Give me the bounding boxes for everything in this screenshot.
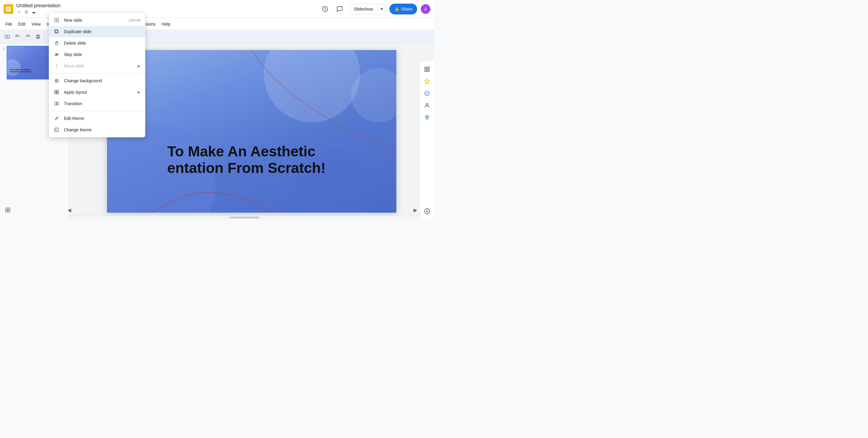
apply-layout-arrow: ▶ <box>138 90 141 94</box>
slide-title-line1: To Make An Aesthetic <box>167 143 326 160</box>
toolbar-add-slide[interactable] <box>2 32 12 41</box>
context-menu-skip-slide[interactable]: Skip slide <box>49 49 145 60</box>
change-background-label: Change background <box>64 78 102 83</box>
share-lock-icon: 🔒 <box>394 7 399 11</box>
svg-point-37 <box>56 80 58 81</box>
context-menu-apply-layout[interactable]: Apply layout ▶ <box>49 87 145 98</box>
context-menu-change-background[interactable]: Change background <box>49 75 145 87</box>
comments-icon[interactable] <box>334 4 345 14</box>
svg-rect-11 <box>37 35 39 36</box>
slide-canvas: To Make An Aesthetic entation From Scrat… <box>107 50 396 213</box>
sidebar-expand-icon[interactable]: ▶ <box>412 205 418 215</box>
doc-title[interactable]: Untitled presentation <box>16 3 61 8</box>
svg-rect-43 <box>57 102 59 105</box>
context-menu-move-slide: Move slide ▶ <box>49 60 145 72</box>
svg-rect-19 <box>427 70 429 72</box>
transition-icon <box>54 101 60 107</box>
change-theme-label: Change theme <box>64 127 92 132</box>
apply-layout-icon <box>54 89 60 95</box>
edit-theme-label: Edit theme <box>64 116 84 121</box>
horizontal-scrollbar[interactable] <box>69 215 420 219</box>
sidebar-contacts-icon[interactable] <box>422 100 433 111</box>
menu-view[interactable]: View <box>29 21 44 28</box>
grid-view-icon[interactable] <box>2 205 13 215</box>
transition-label: Transition <box>64 101 82 106</box>
svg-rect-48 <box>57 129 58 131</box>
toolbar-redo[interactable] <box>23 32 33 41</box>
new-slide-label: New slide <box>64 18 82 23</box>
slide-title: To Make An Aesthetic entation From Scrat… <box>167 143 326 176</box>
share-button[interactable]: 🔒 Share <box>390 4 417 14</box>
svg-rect-2 <box>7 7 10 8</box>
svg-rect-17 <box>427 67 429 69</box>
star-icon[interactable]: ☆ <box>16 9 22 15</box>
menu-file[interactable]: File <box>2 21 16 28</box>
share-label: Share <box>401 7 412 11</box>
svg-rect-52 <box>8 210 10 212</box>
slideshow-button[interactable]: Slideshow ▾ <box>349 4 386 14</box>
sidebar-add-icon[interactable] <box>422 206 433 216</box>
svg-rect-41 <box>57 93 59 94</box>
context-menu-edit-theme[interactable]: Edit theme <box>49 113 145 124</box>
toolbar-separator-1 <box>44 34 44 40</box>
context-menu: New slide Ctrl+M Duplicate slide Delete … <box>49 13 145 137</box>
svg-rect-39 <box>57 90 59 92</box>
svg-point-36 <box>55 79 58 82</box>
svg-rect-16 <box>425 67 427 69</box>
context-menu-duplicate-slide[interactable]: Duplicate slide <box>49 26 145 37</box>
user-avatar[interactable]: A <box>421 4 430 14</box>
delete-slide-icon <box>54 40 60 46</box>
new-slide-shortcut: Ctrl+M <box>129 18 141 23</box>
svg-rect-49 <box>6 208 7 210</box>
slideshow-label[interactable]: Slideshow <box>349 4 378 14</box>
toolbar-print[interactable] <box>33 32 43 41</box>
context-menu-transition[interactable]: Transition <box>49 98 145 109</box>
sidebar-tasks-icon[interactable] <box>422 88 433 99</box>
sidebar-collapse-icon[interactable]: ◀ <box>66 205 72 215</box>
edit-theme-icon <box>54 115 60 122</box>
sidebar-notes-icon[interactable] <box>422 76 433 87</box>
slide-title-line2: entation From Scratch! <box>167 160 326 176</box>
svg-line-45 <box>57 117 58 118</box>
context-menu-divider-2 <box>49 111 145 111</box>
app-icon[interactable] <box>4 4 13 14</box>
svg-point-21 <box>426 103 428 105</box>
sidebar-maps-icon[interactable] <box>422 112 433 123</box>
skip-slide-icon <box>54 52 60 58</box>
right-sidebar <box>420 62 434 219</box>
svg-rect-47 <box>56 129 56 131</box>
top-bar-right: Slideshow ▾ 🔒 Share A <box>320 4 430 14</box>
slideshow-dropdown-arrow[interactable]: ▾ <box>378 4 385 14</box>
change-theme-icon <box>54 127 60 133</box>
move-slide-arrow: ▶ <box>138 64 141 68</box>
svg-rect-3 <box>7 9 10 9</box>
scroll-thumb[interactable] <box>229 216 259 218</box>
duplicate-slide-icon <box>54 29 60 35</box>
svg-rect-42 <box>55 102 57 105</box>
move-slide-label: Move slide <box>64 64 84 68</box>
svg-rect-31 <box>56 42 58 44</box>
context-menu-new-slide[interactable]: New slide Ctrl+M <box>49 14 145 26</box>
svg-rect-40 <box>55 93 57 94</box>
svg-rect-46 <box>55 128 59 132</box>
skip-slide-label: Skip slide <box>64 52 82 57</box>
history-icon[interactable] <box>320 4 331 14</box>
svg-rect-4 <box>7 10 9 10</box>
svg-rect-38 <box>55 90 57 92</box>
change-background-icon <box>54 78 60 84</box>
cloud-icon[interactable]: ☁ <box>30 9 37 15</box>
context-menu-delete-slide[interactable]: Delete slide <box>49 37 145 49</box>
slide-number: 1 <box>2 47 5 50</box>
menu-edit[interactable]: Edit <box>16 21 29 28</box>
toolbar-undo[interactable] <box>13 32 22 41</box>
folder-icon[interactable]: ⊡ <box>24 9 29 15</box>
menu-help[interactable]: Help <box>158 21 173 28</box>
duplicate-slide-label: Duplicate slide <box>64 29 91 34</box>
sidebar-explore-icon[interactable] <box>422 64 433 75</box>
slide-decoration-circle-1 <box>264 50 360 122</box>
svg-rect-50 <box>8 208 10 210</box>
context-menu-change-theme[interactable]: Change theme <box>49 124 145 136</box>
context-menu-divider-1 <box>49 73 145 73</box>
apply-layout-label: Apply layout <box>64 90 87 95</box>
slide-thumb-text: How To Make An AestheticPresentation Fro… <box>10 69 31 73</box>
